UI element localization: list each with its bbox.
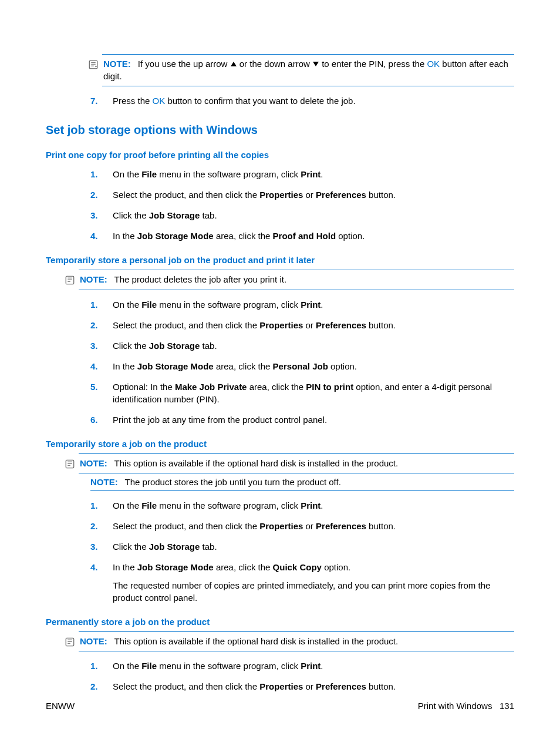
list-item: 1. On the File menu in the software prog… (90, 298, 514, 311)
svg-rect-2 (66, 460, 74, 468)
list-item: 2. Select the product, and then click th… (90, 520, 514, 532)
list-item: 2. Select the product, and then click th… (90, 189, 514, 201)
list-item: 3. Click the Job Storage tab. (90, 540, 514, 553)
ok-button-ref: OK (153, 96, 166, 106)
svg-rect-0 (89, 61, 97, 69)
svg-rect-1 (66, 277, 74, 285)
list-item: 1. On the File menu in the software prog… (90, 660, 514, 672)
page: NOTE: If you use the up arrow or the dow… (0, 0, 560, 746)
down-arrow-icon (312, 59, 319, 70)
note-store-until-off: NOTE: The product stores the job until y… (90, 473, 514, 491)
note-icon (65, 459, 75, 469)
note-delete-after-print: NOTE: The product deletes the job after … (79, 270, 514, 290)
note-icon (65, 275, 75, 285)
note-after-arrows: to enter the PIN, press the (322, 59, 427, 69)
content: NOTE: If you use the up arrow or the dow… (46, 54, 514, 693)
note-mid: or the down arrow (239, 59, 312, 69)
note-text: NOTE: If you use the up arrow or the dow… (103, 58, 514, 82)
list-item: 5. Optional: In the Make Job Private are… (90, 381, 514, 405)
note-pin-entry: NOTE: If you use the up arrow or the dow… (102, 54, 514, 86)
note-icon (65, 637, 75, 647)
step-body: Press the OK button to confirm that you … (113, 95, 514, 107)
heading-temp-store: Temporarily store a job on the product (46, 439, 514, 449)
list-item: 3. Click the Job Storage tab. (90, 340, 514, 352)
footer-right: Print with Windows 131 (418, 701, 514, 711)
list-item: 7. Press the OK button to confirm that y… (90, 95, 514, 107)
list-item: 3. Click the Job Storage tab. (90, 209, 514, 221)
heading-temp-personal: Temporarily store a personal job on the … (46, 255, 514, 265)
list-item: 1. On the File menu in the software prog… (90, 499, 514, 512)
note-hard-disk-2: NOTE: This option is available if the op… (79, 631, 514, 651)
step-number: 7. (90, 95, 113, 107)
note-label: NOTE: (103, 59, 131, 69)
list-item: 4. In the Job Storage Mode area, click t… (90, 360, 514, 372)
heading-proof-copy: Print one copy for proof before printing… (46, 150, 514, 160)
heading-set-job-storage: Set job storage options with Windows (46, 123, 514, 137)
page-footer: ENWW Print with Windows 131 (46, 701, 514, 711)
page-number: 131 (500, 701, 514, 711)
footer-left: ENWW (46, 701, 75, 711)
list-item: 1. On the File menu in the software prog… (90, 168, 514, 180)
list-item: 4. In the Job Storage Mode area, click t… (90, 561, 514, 604)
list-item: 2. Select the product, and then click th… (90, 319, 514, 331)
note-icon (88, 59, 99, 70)
ok-button-ref: OK (427, 59, 440, 69)
list-item: 2. Select the product, and then click th… (90, 680, 514, 693)
list-item: 4. In the Job Storage Mode area, click t… (90, 230, 514, 242)
note-prefix: If you use the up arrow (138, 59, 230, 69)
up-arrow-icon (230, 59, 237, 70)
svg-rect-3 (66, 638, 74, 646)
note-hard-disk: NOTE: This option is available if the op… (79, 453, 514, 473)
list-item: 6. Print the job at any time from the pr… (90, 414, 514, 426)
heading-perm-store: Permanently store a job on the product (46, 617, 514, 627)
